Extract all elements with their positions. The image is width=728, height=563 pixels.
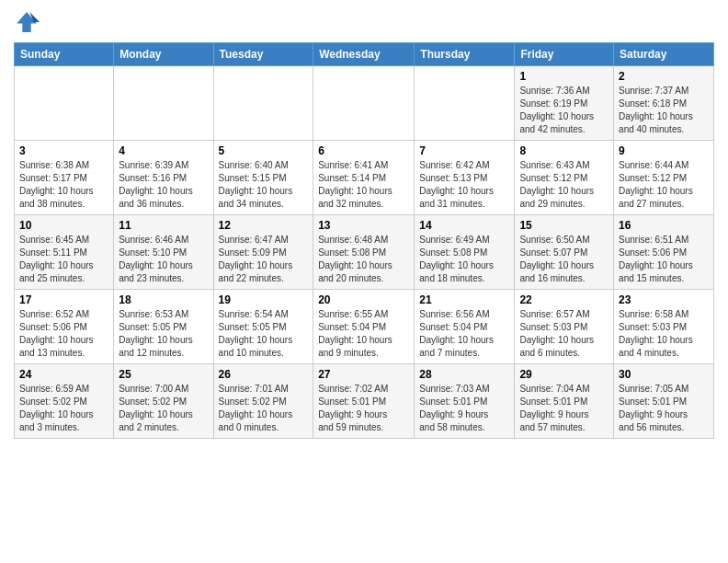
day-info: Sunrise: 6:47 AM Sunset: 5:09 PM Dayligh…: [219, 234, 309, 285]
day-info: Sunrise: 7:01 AM Sunset: 5:02 PM Dayligh…: [219, 383, 309, 434]
page: SundayMondayTuesdayWednesdayThursdayFrid…: [0, 0, 728, 563]
day-number: 19: [219, 293, 309, 306]
calendar-cell: 18Sunrise: 6:53 AM Sunset: 5:05 PM Dayli…: [114, 290, 213, 364]
calendar-cell: 29Sunrise: 7:04 AM Sunset: 5:01 PM Dayli…: [515, 364, 614, 439]
day-number: 28: [419, 368, 509, 381]
day-info: Sunrise: 6:52 AM Sunset: 5:06 PM Dayligh…: [19, 308, 108, 360]
svg-marker-0: [17, 12, 37, 32]
day-number: 1: [519, 70, 609, 83]
calendar-cell: 28Sunrise: 7:03 AM Sunset: 5:01 PM Dayli…: [415, 364, 515, 439]
day-number: 29: [519, 368, 609, 381]
day-number: 15: [519, 219, 609, 232]
day-info: Sunrise: 6:45 AM Sunset: 5:11 PM Dayligh…: [19, 234, 108, 285]
day-info: Sunrise: 6:43 AM Sunset: 5:12 PM Dayligh…: [519, 159, 609, 211]
day-info: Sunrise: 7:37 AM Sunset: 6:18 PM Dayligh…: [619, 85, 709, 136]
day-info: Sunrise: 6:59 AM Sunset: 5:02 PM Dayligh…: [19, 383, 108, 434]
calendar-cell: 9Sunrise: 6:44 AM Sunset: 5:12 PM Daylig…: [614, 141, 714, 215]
calendar-cell: [15, 66, 114, 141]
day-info: Sunrise: 6:53 AM Sunset: 5:05 PM Dayligh…: [119, 308, 208, 360]
weekday-header-tuesday: Tuesday: [213, 43, 313, 66]
calendar-cell: 12Sunrise: 6:47 AM Sunset: 5:09 PM Dayli…: [213, 215, 313, 290]
day-number: 6: [318, 144, 409, 157]
day-number: 4: [119, 144, 208, 157]
calendar-row-4: 24Sunrise: 6:59 AM Sunset: 5:02 PM Dayli…: [15, 364, 714, 439]
day-number: 3: [19, 144, 108, 157]
day-number: 13: [318, 219, 409, 232]
calendar-cell: [415, 66, 515, 141]
day-info: Sunrise: 6:56 AM Sunset: 5:04 PM Dayligh…: [419, 308, 509, 360]
day-info: Sunrise: 6:39 AM Sunset: 5:16 PM Dayligh…: [119, 159, 208, 211]
day-number: 17: [19, 293, 108, 306]
calendar-cell: 7Sunrise: 6:42 AM Sunset: 5:13 PM Daylig…: [415, 141, 515, 215]
calendar-cell: 6Sunrise: 6:41 AM Sunset: 5:14 PM Daylig…: [313, 141, 415, 215]
day-info: Sunrise: 6:58 AM Sunset: 5:03 PM Dayligh…: [619, 308, 709, 360]
weekday-header-sunday: Sunday: [15, 43, 114, 66]
day-info: Sunrise: 6:49 AM Sunset: 5:08 PM Dayligh…: [419, 234, 509, 285]
day-number: 5: [219, 144, 309, 157]
calendar-cell: 19Sunrise: 6:54 AM Sunset: 5:05 PM Dayli…: [213, 290, 313, 364]
day-number: 11: [119, 219, 208, 232]
calendar-row-1: 3Sunrise: 6:38 AM Sunset: 5:17 PM Daylig…: [15, 141, 714, 215]
calendar-cell: 23Sunrise: 6:58 AM Sunset: 5:03 PM Dayli…: [614, 290, 714, 364]
day-number: 7: [419, 144, 509, 157]
calendar-cell: 20Sunrise: 6:55 AM Sunset: 5:04 PM Dayli…: [313, 290, 415, 364]
calendar-cell: 21Sunrise: 6:56 AM Sunset: 5:04 PM Dayli…: [415, 290, 515, 364]
calendar-cell: 8Sunrise: 6:43 AM Sunset: 5:12 PM Daylig…: [515, 141, 614, 215]
calendar-cell: 1Sunrise: 7:36 AM Sunset: 6:19 PM Daylig…: [515, 66, 614, 141]
day-info: Sunrise: 6:42 AM Sunset: 5:13 PM Dayligh…: [419, 159, 509, 211]
day-number: 25: [119, 368, 208, 381]
day-number: 30: [619, 368, 709, 381]
calendar-cell: [213, 66, 313, 141]
day-info: Sunrise: 7:02 AM Sunset: 5:01 PM Dayligh…: [318, 383, 409, 434]
calendar-row-0: 1Sunrise: 7:36 AM Sunset: 6:19 PM Daylig…: [15, 66, 714, 141]
weekday-header-friday: Friday: [515, 43, 614, 66]
calendar-cell: [114, 66, 213, 141]
calendar-cell: [313, 66, 415, 141]
day-info: Sunrise: 7:00 AM Sunset: 5:02 PM Dayligh…: [119, 383, 208, 434]
weekday-header-saturday: Saturday: [614, 43, 714, 66]
calendar-cell: 4Sunrise: 6:39 AM Sunset: 5:16 PM Daylig…: [114, 141, 213, 215]
day-number: 18: [119, 293, 208, 306]
day-info: Sunrise: 6:48 AM Sunset: 5:08 PM Dayligh…: [318, 234, 409, 285]
day-number: 26: [219, 368, 309, 381]
calendar-cell: 17Sunrise: 6:52 AM Sunset: 5:06 PM Dayli…: [15, 290, 114, 364]
day-info: Sunrise: 6:54 AM Sunset: 5:05 PM Dayligh…: [219, 308, 309, 360]
day-info: Sunrise: 6:40 AM Sunset: 5:15 PM Dayligh…: [219, 159, 309, 211]
weekday-header-thursday: Thursday: [415, 43, 515, 66]
calendar: SundayMondayTuesdayWednesdayThursdayFrid…: [14, 42, 714, 439]
day-info: Sunrise: 7:05 AM Sunset: 5:01 PM Dayligh…: [619, 383, 709, 434]
day-number: 24: [19, 368, 108, 381]
day-info: Sunrise: 6:57 AM Sunset: 5:03 PM Dayligh…: [519, 308, 609, 360]
calendar-cell: 14Sunrise: 6:49 AM Sunset: 5:08 PM Dayli…: [415, 215, 515, 290]
day-info: Sunrise: 6:38 AM Sunset: 5:17 PM Dayligh…: [19, 159, 108, 211]
day-info: Sunrise: 6:51 AM Sunset: 5:06 PM Dayligh…: [619, 234, 709, 285]
logo-icon: [14, 9, 40, 35]
calendar-cell: 22Sunrise: 6:57 AM Sunset: 5:03 PM Dayli…: [515, 290, 614, 364]
weekday-header-wednesday: Wednesday: [313, 43, 415, 66]
calendar-cell: 30Sunrise: 7:05 AM Sunset: 5:01 PM Dayli…: [614, 364, 714, 439]
calendar-cell: 2Sunrise: 7:37 AM Sunset: 6:18 PM Daylig…: [614, 66, 714, 141]
day-number: 9: [619, 144, 709, 157]
calendar-cell: 16Sunrise: 6:51 AM Sunset: 5:06 PM Dayli…: [614, 215, 714, 290]
calendar-cell: 27Sunrise: 7:02 AM Sunset: 5:01 PM Dayli…: [313, 364, 415, 439]
day-info: Sunrise: 6:55 AM Sunset: 5:04 PM Dayligh…: [318, 308, 409, 360]
day-number: 10: [19, 219, 108, 232]
day-number: 20: [318, 293, 409, 306]
day-number: 27: [318, 368, 409, 381]
calendar-cell: 3Sunrise: 6:38 AM Sunset: 5:17 PM Daylig…: [15, 141, 114, 215]
calendar-cell: 24Sunrise: 6:59 AM Sunset: 5:02 PM Dayli…: [15, 364, 114, 439]
day-info: Sunrise: 6:44 AM Sunset: 5:12 PM Dayligh…: [619, 159, 709, 211]
calendar-cell: 26Sunrise: 7:01 AM Sunset: 5:02 PM Dayli…: [213, 364, 313, 439]
day-number: 8: [519, 144, 609, 157]
calendar-cell: 25Sunrise: 7:00 AM Sunset: 5:02 PM Dayli…: [114, 364, 213, 439]
weekday-header-monday: Monday: [114, 43, 213, 66]
day-number: 2: [619, 70, 709, 83]
day-info: Sunrise: 6:50 AM Sunset: 5:07 PM Dayligh…: [519, 234, 609, 285]
day-info: Sunrise: 7:36 AM Sunset: 6:19 PM Dayligh…: [519, 85, 609, 136]
calendar-cell: 13Sunrise: 6:48 AM Sunset: 5:08 PM Dayli…: [313, 215, 415, 290]
logo: [14, 9, 43, 35]
day-number: 14: [419, 219, 509, 232]
day-info: Sunrise: 6:41 AM Sunset: 5:14 PM Dayligh…: [318, 159, 409, 211]
calendar-row-3: 17Sunrise: 6:52 AM Sunset: 5:06 PM Dayli…: [15, 290, 714, 364]
day-number: 16: [619, 219, 709, 232]
